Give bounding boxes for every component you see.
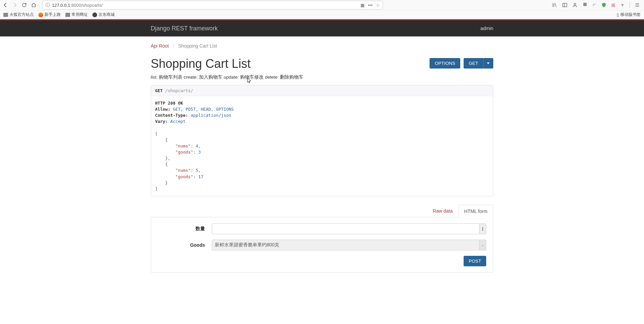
bookmark-bar: 火狐官方站点 新手上路 常用网址 京东商城 ▯ 移动版书签: [0, 10, 644, 19]
undo-icon[interactable]: ↶: [592, 2, 596, 8]
status-line: HTTP 200 OK: [155, 101, 183, 106]
stepper-down-icon: ▼: [481, 229, 484, 231]
breadcrumb-root[interactable]: Api Root: [151, 43, 169, 49]
qty-label: 数量: [158, 226, 212, 232]
get-dropdown-toggle[interactable]: [483, 58, 493, 69]
tab-raw-data[interactable]: Raw data: [427, 205, 458, 217]
stepper-up-icon: ▲: [481, 226, 484, 229]
main-container: Api Root / Shopping Cart List Shopping C…: [151, 36, 493, 273]
url-path: :8000/shopcarts/: [70, 3, 103, 8]
bookmark-star-icon[interactable]: ☆: [376, 3, 380, 8]
divider: [630, 2, 630, 8]
brand-link[interactable]: Django REST framework: [151, 25, 218, 32]
request-method: GET: [155, 88, 163, 93]
select-dropdown-toggle[interactable]: ⌄: [479, 240, 486, 250]
url-bar[interactable]: ⓘ 127.0.0.1:8000/shopcarts/ ▦ ••• ☆: [42, 1, 383, 9]
html-form-panel: 数量 ▲▼ Goods 新鲜水果甜蜜香脆单果约800克 ⌄ POST: [151, 217, 493, 273]
response-body: HTTP 200 OK Allow: GET, POST, HEAD, OPTI…: [151, 96, 493, 196]
browser-toolbar: ⓘ 127.0.0.1:8000/shopcarts/ ▦ ••• ☆ ↶ ⊞ …: [0, 0, 644, 10]
info-icon: ⓘ: [46, 2, 50, 8]
form-row-goods: Goods 新鲜水果甜蜜香脆单果约800克 ⌄: [158, 240, 486, 250]
back-button[interactable]: [2, 2, 9, 8]
options-button[interactable]: OPTIONS: [430, 58, 460, 69]
mobile-bookmarks[interactable]: ▯ 移动版书签: [617, 12, 641, 18]
form-tabs: Raw data HTML form: [151, 205, 493, 217]
svg-point-2: [574, 3, 576, 5]
request-response-box: GET /shopcarts/ HTTP 200 OK Allow: GET, …: [151, 85, 493, 196]
user-menu[interactable]: admin: [480, 26, 493, 31]
page-title: Shopping Cart List: [151, 57, 303, 71]
get-button[interactable]: GET: [464, 58, 483, 69]
account-icon[interactable]: [572, 2, 578, 8]
menu-icon[interactable]: [635, 2, 640, 8]
page-description: list: 购物车列表 create: 加入购物车 update: 购物车修改 …: [151, 74, 303, 80]
qr-icon[interactable]: ▦: [360, 3, 364, 8]
sidebar-icon[interactable]: [562, 2, 567, 8]
goods-select[interactable]: 新鲜水果甜蜜香脆单果约800克: [212, 240, 479, 250]
form-row-qty: 数量 ▲▼: [158, 223, 486, 234]
mobile-icon: ▯: [617, 12, 619, 17]
request-path: /shopcarts/: [165, 88, 193, 93]
extension-icon[interactable]: ⊞: [611, 2, 615, 8]
page-actions-icon[interactable]: •••: [368, 3, 373, 8]
breadcrumb-separator: /: [173, 43, 174, 49]
request-line: GET /shopcarts/: [151, 85, 493, 96]
breadcrumb-current: Shopping Cart List: [178, 43, 217, 49]
qty-stepper[interactable]: ▲▼: [479, 223, 486, 234]
bookmark-jd[interactable]: 京东商城: [92, 12, 115, 18]
forward-button[interactable]: [11, 2, 18, 8]
reload-button[interactable]: [21, 2, 28, 8]
svg-rect-0: [563, 3, 567, 7]
breadcrumb: Api Root / Shopping Cart List: [151, 43, 493, 49]
drf-navbar: Django REST framework admin: [0, 20, 644, 36]
bookmark-firefox[interactable]: 火狐官方站点: [3, 12, 34, 18]
addons-icon[interactable]: [582, 2, 588, 8]
home-button[interactable]: [30, 2, 37, 8]
caret-down-icon: [487, 62, 490, 64]
chevron-down-icon: ⌄: [481, 243, 484, 247]
bookmark-newbie[interactable]: 新手上路: [38, 12, 61, 18]
shield-icon[interactable]: [601, 2, 607, 8]
goods-label: Goods: [158, 242, 212, 248]
tab-html-form[interactable]: HTML form: [459, 205, 493, 217]
library-icon[interactable]: [552, 2, 557, 8]
toolbar-right-icons: ↶ ⊞ ▼: [552, 2, 640, 8]
qty-input[interactable]: [212, 223, 479, 234]
url-host: 127.0.0.1: [52, 3, 70, 8]
browser-chrome: ⓘ 127.0.0.1:8000/shopcarts/ ▦ ••• ☆ ↶ ⊞ …: [0, 0, 644, 19]
download-icon[interactable]: ▼: [620, 2, 625, 8]
bookmark-common[interactable]: 常用网址: [65, 12, 88, 18]
post-button[interactable]: POST: [464, 256, 486, 266]
